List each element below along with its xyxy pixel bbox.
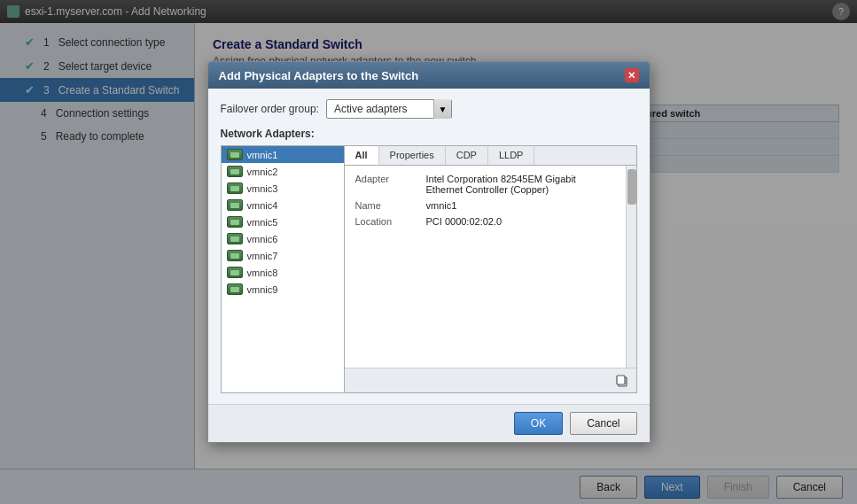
nic-icon-vmnic8 xyxy=(227,267,243,278)
list-item-vmnic8[interactable]: vmnic8 xyxy=(222,264,344,281)
failover-group-label: Failover order group: xyxy=(221,103,319,115)
details-bottom-bar xyxy=(345,368,636,392)
list-item-vmnic6[interactable]: vmnic6 xyxy=(222,230,344,247)
details-body: Adapter Intel Corporation 82545EM Gigabi… xyxy=(345,166,636,368)
list-item-vmnic9[interactable]: vmnic9 xyxy=(222,281,344,298)
detail-row-adapter: Adapter Intel Corporation 82545EM Gigabi… xyxy=(350,171,620,198)
modal-ok-button[interactable]: OK xyxy=(514,412,563,435)
adapter-name-vmnic5: vmnic5 xyxy=(247,217,278,228)
failover-group-arrow[interactable]: ▼ xyxy=(433,99,451,119)
modal-cancel-button[interactable]: Cancel xyxy=(570,412,636,435)
network-adapters-label: Network Adapters: xyxy=(221,128,637,140)
nic-icon-vmnic4 xyxy=(227,199,243,211)
list-item-vmnic5[interactable]: vmnic5 xyxy=(222,213,344,230)
list-item-vmnic1[interactable]: vmnic1 xyxy=(222,146,344,163)
modal-dialog: Add Physical Adapters to the Switch ✕ Fa… xyxy=(207,61,651,443)
list-item-vmnic4[interactable]: vmnic4 xyxy=(222,197,344,213)
failover-group-select[interactable]: Active adapters ▼ xyxy=(326,99,452,119)
detail-adapter-value: Intel Corporation 82545EM Gigabit Ethern… xyxy=(421,171,620,198)
details-panel: All Properties CDP LLDP Adapter Intel Co… xyxy=(345,145,637,393)
details-scrollbar[interactable] xyxy=(626,166,636,368)
adapter-name-vmnic6: vmnic6 xyxy=(247,234,278,244)
adapter-name-vmnic9: vmnic9 xyxy=(247,284,278,295)
failover-group-value: Active adapters xyxy=(327,103,433,115)
tab-all[interactable]: All xyxy=(345,146,379,165)
adapter-list[interactable]: vmnic1 vmnic2 vmnic3 vmnic4 xyxy=(221,145,345,393)
nic-icon-vmnic6 xyxy=(227,233,243,244)
nic-icon-vmnic7 xyxy=(227,250,243,261)
svg-rect-1 xyxy=(617,376,625,384)
nic-icon-vmnic2 xyxy=(227,166,243,177)
detail-name-value: vmnic1 xyxy=(421,198,620,213)
modal-body: Failover order group: Active adapters ▼ … xyxy=(208,89,650,404)
adapter-name-vmnic2: vmnic2 xyxy=(247,167,278,177)
modal-content-row: vmnic1 vmnic2 vmnic3 vmnic4 xyxy=(221,145,637,393)
details-content: Adapter Intel Corporation 82545EM Gigabi… xyxy=(345,166,626,368)
modal-title-text: Add Physical Adapters to the Switch xyxy=(219,69,419,82)
details-tabs: All Properties CDP LLDP xyxy=(345,146,636,166)
adapter-name-vmnic1: vmnic1 xyxy=(247,150,278,160)
detail-row-name: Name vmnic1 xyxy=(350,198,620,213)
modal-overlay: Add Physical Adapters to the Switch ✕ Fa… xyxy=(0,0,857,504)
copy-icon[interactable] xyxy=(613,372,631,390)
adapter-name-vmnic7: vmnic7 xyxy=(247,251,278,261)
tab-properties[interactable]: Properties xyxy=(379,146,446,165)
nic-icon-vmnic1 xyxy=(227,149,243,160)
list-item-vmnic7[interactable]: vmnic7 xyxy=(222,247,344,264)
adapter-name-vmnic8: vmnic8 xyxy=(247,268,278,278)
list-item-vmnic3[interactable]: vmnic3 xyxy=(222,180,344,197)
nic-icon-vmnic9 xyxy=(227,283,243,295)
nic-icon-vmnic5 xyxy=(227,216,243,228)
modal-close-button[interactable]: ✕ xyxy=(625,68,639,82)
detail-adapter-label: Adapter xyxy=(350,171,421,198)
tab-cdp[interactable]: CDP xyxy=(446,146,488,165)
details-table: Adapter Intel Corporation 82545EM Gigabi… xyxy=(350,171,620,229)
modal-footer: OK Cancel xyxy=(208,404,650,442)
detail-location-label: Location xyxy=(350,213,421,229)
scrollbar-thumb xyxy=(627,169,636,205)
adapter-name-vmnic3: vmnic3 xyxy=(247,183,278,194)
detail-row-location: Location PCI 0000:02:02.0 xyxy=(350,213,620,229)
detail-name-label: Name xyxy=(350,198,421,213)
nic-icon-vmnic3 xyxy=(227,182,243,194)
adapter-name-vmnic4: vmnic4 xyxy=(247,200,278,211)
list-item-vmnic2[interactable]: vmnic2 xyxy=(222,163,344,180)
modal-title-bar: Add Physical Adapters to the Switch ✕ xyxy=(208,62,650,89)
tab-lldp[interactable]: LLDP xyxy=(488,146,535,165)
failover-row: Failover order group: Active adapters ▼ xyxy=(221,99,637,119)
detail-location-value: PCI 0000:02:02.0 xyxy=(421,213,620,229)
